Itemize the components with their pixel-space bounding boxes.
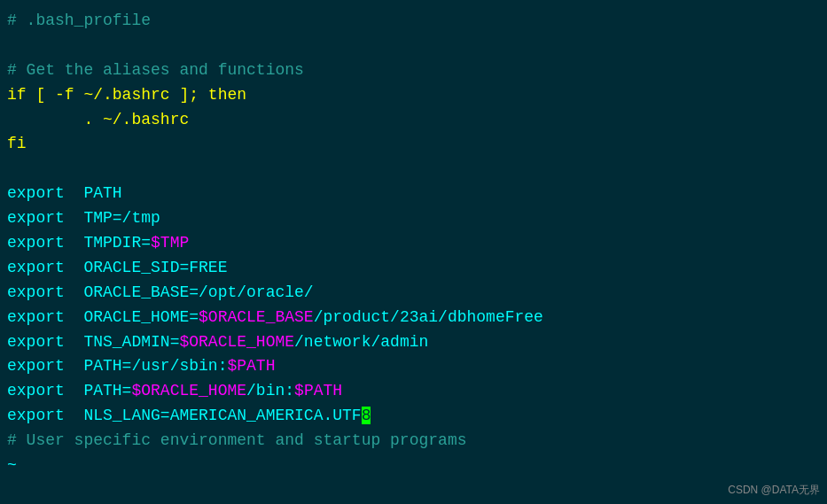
code-line: fi (7, 132, 820, 157)
code-line: # .bash_profile (7, 9, 820, 34)
code-line: # User specific environment and startup … (7, 429, 820, 454)
code-line: export TNS_ADMIN=$ORACLE_HOME/network/ad… (7, 330, 820, 355)
code-line: export ORACLE_BASE=/opt/oracle/ (7, 281, 820, 306)
code-line: export ORACLE_SID=FREE (7, 256, 820, 281)
code-line: export TMP=/tmp (7, 206, 820, 231)
code-editor: # .bash_profile # Get the aliases and fu… (0, 0, 827, 504)
code-line: if [ -f ~/.bashrc ]; then (7, 83, 820, 108)
code-line: export ORACLE_HOME=$ORACLE_BASE/product/… (7, 306, 820, 330)
code-line: export PATH=$ORACLE_HOME/bin:$PATH (7, 379, 820, 404)
code-line: # Get the aliases and functions (7, 58, 820, 83)
code-line: . ~/.bashrc (7, 108, 820, 133)
code-line: export TMPDIR=$TMP (7, 231, 820, 256)
code-line (7, 157, 820, 182)
code-line: export NLS_LANG=AMERICAN_AMERICA.UTF8 (7, 404, 820, 429)
code-line: export PATH (7, 182, 820, 206)
code-line (7, 34, 820, 58)
code-line: export PATH=/usr/sbin:$PATH (7, 354, 820, 379)
code-line: ~ (7, 454, 820, 478)
watermark: CSDN @DATA无界 (728, 482, 820, 499)
